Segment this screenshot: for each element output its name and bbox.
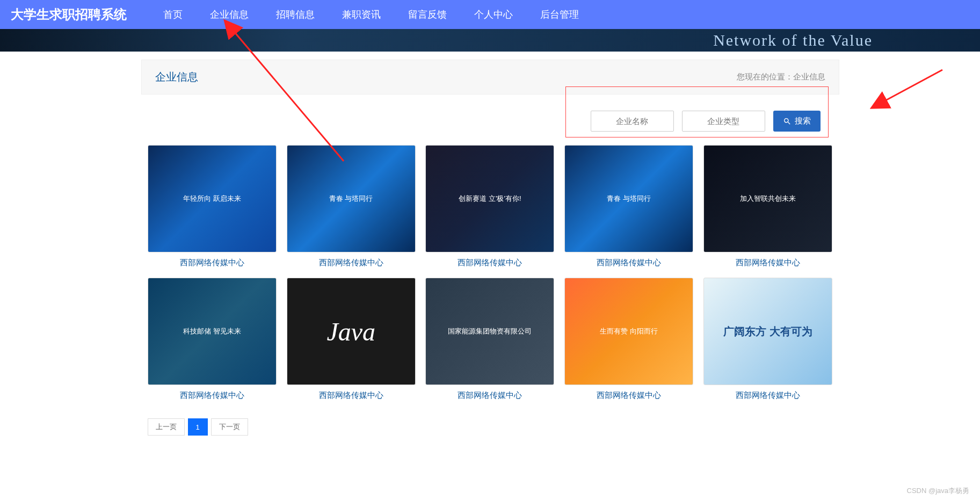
search-icon — [783, 117, 792, 126]
card-image[interactable]: 广阔东方 大有可为 — [703, 278, 832, 385]
nav-company-info[interactable]: 企业信息 — [206, 5, 253, 24]
card-image[interactable]: 年轻所向 跃启未来 — [148, 145, 277, 252]
search-button-label: 搜索 — [795, 116, 811, 126]
card-title-link[interactable]: 西部网络传媒中心 — [458, 390, 522, 401]
card-title-link[interactable]: 西部网络传媒中心 — [597, 390, 661, 401]
company-card: 国家能源集团物资有限公司 西部网络传媒中心 — [425, 278, 555, 410]
search-area: 搜索 — [141, 111, 839, 132]
card-title-link[interactable]: 西部网络传媒中心 — [180, 258, 244, 268]
annotation-arrow-2 — [862, 64, 948, 129]
card-grid-row1: 年轻所向 跃启未来 西部网络传媒中心 青春 与塔同行 西部网络传媒中心 创新赛道… — [141, 145, 839, 278]
card-image[interactable]: 科技邮储 智见未来 — [148, 278, 277, 385]
company-card: 广阔东方 大有可为 西部网络传媒中心 — [703, 278, 833, 410]
company-card: 加入智联共创未来 西部网络传媒中心 — [703, 145, 833, 278]
breadcrumb-prefix: 您现在的位置： — [737, 72, 793, 81]
nav-feedback[interactable]: 留言反馈 — [404, 5, 451, 24]
hero-banner: Network of the Value — [0, 29, 980, 52]
page-next-button[interactable]: 下一页 — [211, 418, 248, 436]
page-prev-button[interactable]: 上一页 — [148, 418, 185, 436]
card-image[interactable]: 加入智联共创未来 — [703, 145, 832, 252]
card-image[interactable]: 青春 与塔同行 — [564, 145, 693, 252]
card-image[interactable]: 生而有赞 向阳而行 — [564, 278, 693, 385]
card-title-link[interactable]: 西部网络传媒中心 — [736, 390, 800, 401]
card-title-link[interactable]: 西部网络传媒中心 — [736, 258, 800, 268]
card-title-link[interactable]: 西部网络传媒中心 — [180, 390, 244, 401]
company-card: 青春 与塔同行 西部网络传媒中心 — [564, 145, 694, 278]
card-image[interactable]: 国家能源集团物资有限公司 — [425, 278, 554, 385]
hero-text: Network of the Value — [713, 31, 873, 49]
company-card: 科技邮储 智见未来 西部网络传媒中心 — [148, 278, 277, 410]
card-image[interactable]: 创新赛道 立'极'有你! — [425, 145, 554, 252]
card-title-link[interactable]: 西部网络传媒中心 — [458, 258, 522, 268]
nav-parttime[interactable]: 兼职资讯 — [338, 5, 385, 24]
company-name-input[interactable] — [591, 111, 674, 132]
pagination: 上一页 1 下一页 — [148, 418, 833, 436]
nav-recruit-info[interactable]: 招聘信息 — [272, 5, 319, 24]
company-card: 年轻所向 跃启未来 西部网络传媒中心 — [148, 145, 277, 278]
breadcrumb: 您现在的位置：企业信息 — [737, 72, 825, 82]
section-header: 企业信息 您现在的位置：企业信息 — [141, 60, 839, 95]
card-title-link[interactable]: 西部网络传媒中心 — [597, 258, 661, 268]
company-type-input[interactable] — [682, 111, 765, 132]
company-card: 青春 与塔同行 西部网络传媒中心 — [286, 145, 416, 278]
breadcrumb-current: 企业信息 — [793, 72, 825, 81]
top-navbar: 大学生求职招聘系统 首页 企业信息 招聘信息 兼职资讯 留言反馈 个人中心 后台… — [0, 0, 980, 29]
brand-title: 大学生求职招聘系统 — [11, 6, 127, 23]
nav-links: 首页 企业信息 招聘信息 兼职资讯 留言反馈 个人中心 后台管理 — [159, 5, 583, 24]
nav-personal[interactable]: 个人中心 — [470, 5, 517, 24]
card-title-link[interactable]: 西部网络传媒中心 — [319, 258, 383, 268]
card-title-link[interactable]: 西部网络传媒中心 — [319, 390, 383, 401]
card-grid-row2: 科技邮储 智见未来 西部网络传媒中心 Java 西部网络传媒中心 国家能源集团物… — [141, 278, 839, 410]
page-1-button[interactable]: 1 — [188, 418, 208, 436]
svg-line-1 — [873, 70, 942, 107]
nav-home[interactable]: 首页 — [159, 5, 187, 24]
company-card: 创新赛道 立'极'有你! 西部网络传媒中心 — [425, 145, 555, 278]
company-card: 生而有赞 向阳而行 西部网络传媒中心 — [564, 278, 694, 410]
card-image[interactable]: 青春 与塔同行 — [287, 145, 416, 252]
card-image[interactable]: Java — [287, 278, 416, 385]
section-title: 企业信息 — [155, 70, 198, 84]
nav-admin[interactable]: 后台管理 — [536, 5, 583, 24]
company-card: Java 西部网络传媒中心 — [286, 278, 416, 410]
search-button[interactable]: 搜索 — [773, 111, 821, 132]
